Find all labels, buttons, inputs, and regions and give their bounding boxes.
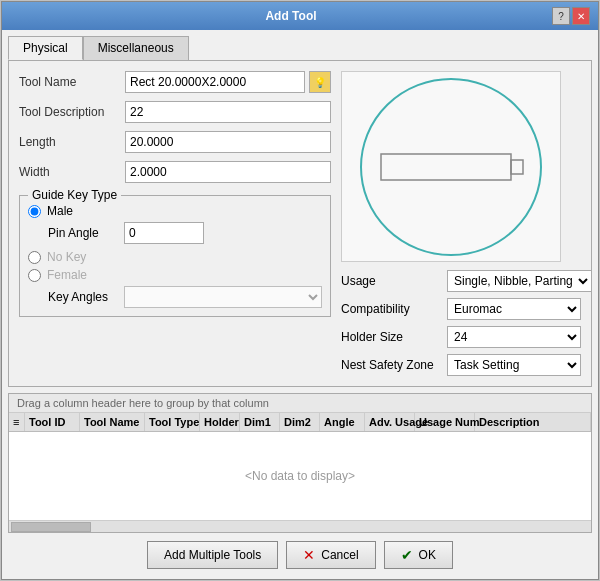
no-key-label: No Key [47,250,86,264]
male-radio[interactable] [28,205,41,218]
width-input[interactable] [125,161,331,183]
scrollbar-thumb[interactable] [11,522,91,532]
no-key-radio[interactable] [28,251,41,264]
no-data-text: <No data to display> [245,469,355,483]
tab-miscellaneous[interactable]: Miscellaneous [83,36,189,60]
pin-angle-label: Pin Angle [48,226,118,240]
tool-description-label: Tool Description [19,105,119,119]
usage-section: Usage Single, Nibble, Parting Compatibil… [341,270,581,376]
grid-col-usage-num[interactable]: Usage Num [415,413,475,431]
tool-name-icon-button[interactable]: 💡 [309,71,331,93]
guide-key-type-group: Guide Key Type Male Pin Angle No Key [19,195,331,317]
pin-angle-row: Pin Angle [48,222,322,244]
compatibility-row: Compatibility Euromac [341,298,581,320]
grid-col-dim2[interactable]: Dim2 [280,413,320,431]
tool-name-label: Tool Name [19,75,119,89]
close-button[interactable]: ✕ [572,7,590,25]
grid-col-description[interactable]: Description [475,413,591,431]
title-bar-controls: ? ✕ [552,7,590,25]
pin-angle-input[interactable] [124,222,204,244]
grid-col-holder[interactable]: Holder [200,413,240,431]
no-key-radio-row: No Key [28,250,322,264]
nest-safety-zone-row: Nest Safety Zone Task Setting [341,354,581,376]
tool-preview-svg [351,72,551,262]
key-angles-label: Key Angles [48,290,118,304]
usage-label: Usage [341,274,441,288]
usage-select[interactable]: Single, Nibble, Parting [447,270,592,292]
compatibility-select[interactable]: Euromac [447,298,581,320]
svg-rect-2 [511,160,523,174]
tab-content: Tool Name 💡 Tool Description Length [8,60,592,387]
tool-description-input[interactable] [125,101,331,123]
grid-col-angle[interactable]: Angle [320,413,365,431]
add-tool-dialog: Add Tool ? ✕ Physical Miscellaneous Tool… [1,1,599,580]
horizontal-scrollbar[interactable] [9,520,591,532]
tool-description-row: Tool Description [19,101,331,123]
grid-col-dim1[interactable]: Dim1 [240,413,280,431]
length-row: Length [19,131,331,153]
tool-name-input[interactable] [125,71,305,93]
cancel-label: Cancel [321,548,358,562]
dialog-body: Physical Miscellaneous Tool Name 💡 Tool … [2,30,598,579]
ok-button[interactable]: ✔ OK [384,541,453,569]
grid-header: ≡ Tool ID Tool Name Tool Type Holder Dim… [9,413,591,432]
key-angles-select[interactable] [124,286,322,308]
female-label: Female [47,268,87,282]
grid-col-tool-id[interactable]: Tool ID [25,413,80,431]
male-radio-row: Male [28,204,322,218]
male-label: Male [47,204,73,218]
add-multiple-tools-button[interactable]: Add Multiple Tools [147,541,278,569]
holder-size-select[interactable]: 24 [447,326,581,348]
guide-key-type-title: Guide Key Type [28,188,121,202]
tool-grid-section: Drag a column header here to group by th… [8,393,592,533]
svg-point-0 [361,79,541,255]
nest-safety-zone-label: Nest Safety Zone [341,358,441,372]
svg-rect-1 [381,154,511,180]
holder-size-row: Holder Size 24 [341,326,581,348]
tab-physical[interactable]: Physical [8,36,83,60]
length-label: Length [19,135,119,149]
tool-preview [341,71,561,262]
tool-name-row: Tool Name 💡 [19,71,331,93]
female-radio[interactable] [28,269,41,282]
grid-body: <No data to display> [9,432,591,520]
tab-bar: Physical Miscellaneous [8,36,592,60]
ok-label: OK [419,548,436,562]
width-row: Width [19,161,331,183]
holder-size-label: Holder Size [341,330,441,344]
compatibility-label: Compatibility [341,302,441,316]
grid-col-adv-usage[interactable]: Adv. Usage [365,413,415,431]
grid-col-marker: ≡ [9,413,25,431]
length-input[interactable] [125,131,331,153]
cancel-button[interactable]: ✕ Cancel [286,541,375,569]
right-panel: Usage Single, Nibble, Parting Compatibil… [341,71,581,376]
grid-col-tool-name[interactable]: Tool Name [80,413,145,431]
title-bar: Add Tool ? ✕ [2,2,598,30]
drag-hint: Drag a column header here to group by th… [9,394,591,413]
female-radio-row: Female [28,268,322,282]
help-button[interactable]: ? [552,7,570,25]
left-panel: Tool Name 💡 Tool Description Length [19,71,331,376]
grid-col-tool-type[interactable]: Tool Type [145,413,200,431]
width-label: Width [19,165,119,179]
usage-row: Usage Single, Nibble, Parting [341,270,581,292]
key-angles-row: Key Angles [48,286,322,308]
nest-safety-zone-select[interactable]: Task Setting [447,354,581,376]
add-multiple-label: Add Multiple Tools [164,548,261,562]
cancel-icon: ✕ [303,547,315,563]
footer-buttons: Add Multiple Tools ✕ Cancel ✔ OK [8,533,592,573]
ok-icon: ✔ [401,547,413,563]
dialog-title: Add Tool [30,9,552,23]
